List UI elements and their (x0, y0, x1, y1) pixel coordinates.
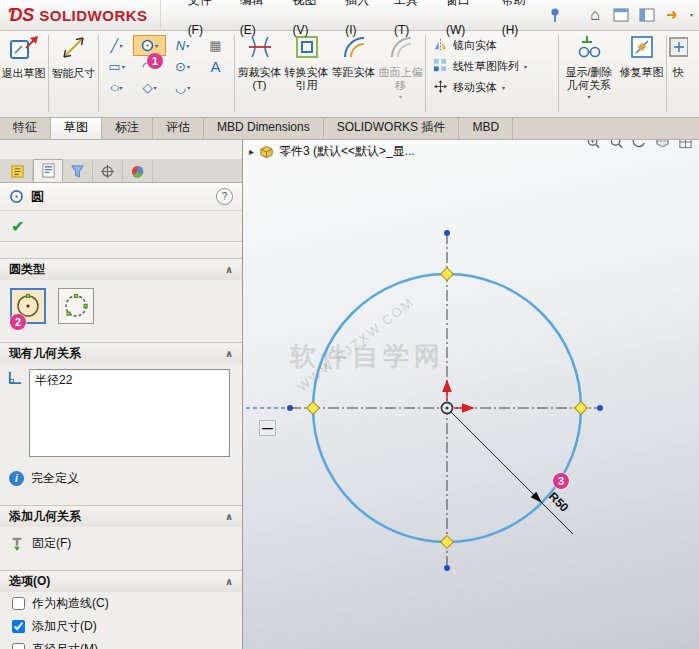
ribbon-separator (48, 35, 49, 112)
tab-evaluate[interactable]: 评估 (153, 117, 204, 139)
relation-type-icon (7, 369, 24, 386)
tab-mbd-dimensions[interactable]: MBD Dimensions (204, 117, 324, 139)
menu-window[interactable]: 窗口(W) (437, 0, 493, 45)
tab-features[interactable]: 特征 (0, 117, 51, 139)
circle-type-label: 圆类型 (9, 259, 45, 280)
relation-item[interactable]: 半径22 (35, 373, 72, 387)
home-icon[interactable]: ⌂ (586, 5, 604, 25)
zoom-area-icon[interactable] (609, 139, 624, 154)
options-section-header[interactable]: 选项(O) ∧ (0, 570, 242, 592)
menu-insert[interactable]: 插入(I) (336, 0, 385, 45)
options-forward-icon[interactable] (664, 5, 682, 25)
help-icon[interactable]: ? (216, 188, 233, 205)
endpoint-marker[interactable] (287, 405, 293, 411)
feature-tree-header[interactable]: ▸ 零件3 (默认<<默认>_显... (249, 143, 415, 160)
smart-dimension-button[interactable]: 智能尺寸 (50, 30, 97, 117)
line-tool[interactable]: ╱▾ (100, 35, 133, 56)
display-delete-relations-label: 显示/删除几何关系 (561, 66, 617, 92)
tree-expand-icon[interactable]: ▸ (249, 146, 254, 157)
endpoint-marker[interactable] (444, 230, 450, 236)
perimeter-circle-button[interactable] (58, 288, 94, 324)
previous-view-icon[interactable] (632, 139, 647, 154)
move-entities-button[interactable]: 移动实体 ▾ (433, 79, 553, 96)
move-entities-icon (433, 79, 448, 96)
linear-pattern-icon (433, 58, 448, 75)
ellipse-tool[interactable]: ○▾ (100, 77, 133, 98)
tab-sketch[interactable]: 草图 (51, 117, 102, 139)
circle-tool[interactable]: ▾ (133, 35, 166, 56)
configurationmanager-icon (70, 164, 85, 179)
exit-sketch-button[interactable]: 退出草图 (0, 30, 47, 117)
add-dimension-option: 添加尺寸(D) (0, 615, 242, 638)
dimxpertmanager-icon (100, 164, 115, 179)
repair-sketch-button[interactable]: 修复草图 (618, 30, 665, 117)
menu-bar: ƊS SOLIDWORKS 文件(F) 编辑(E) 视图(V) 插入(I) 工具… (0, 0, 699, 31)
endpoint-marker[interactable] (597, 405, 603, 411)
exit-sketch-label: 退出草图 (2, 67, 46, 80)
displaymanager-icon (130, 164, 145, 179)
configurationmanager-tab[interactable] (63, 161, 93, 182)
option-checkbox-0[interactable] (12, 597, 25, 610)
graphics-viewport[interactable]: ▸ 零件3 (默认<<默认>_显... 软件自学网 WWW.RJZXW.COM (243, 139, 699, 649)
panel-accept-row: ✔ (0, 211, 242, 242)
property-manager-panel: 圆 ? ✔ 圆类型 ∧ 现有几何关系 ∧ 半径22 (0, 139, 243, 649)
polygon-tool[interactable]: ◇▾ (133, 77, 166, 98)
fix-relation-button[interactable]: 固定(F) (0, 527, 242, 554)
smart-dimension-icon (60, 34, 87, 65)
existing-relations-section-header[interactable]: 现有几何关系 ∧ (0, 342, 242, 364)
sketch-canvas[interactable]: R50 (243, 139, 699, 649)
ribbon-separator (666, 35, 667, 112)
text-tool[interactable]: A (199, 56, 232, 77)
linear-pattern-button[interactable]: 线性草图阵列 ▾ (433, 58, 553, 75)
linear-pattern-label: 线性草图阵列 (453, 59, 519, 74)
info-icon: i (9, 471, 24, 486)
quadrant-marker[interactable] (441, 536, 454, 549)
clipped-ribbon-button[interactable]: 快 (668, 30, 688, 117)
rectangle-tool[interactable]: ▭▾ (100, 56, 133, 77)
panel-tab-strip (0, 159, 242, 183)
tab-mbd[interactable]: MBD (459, 117, 513, 139)
menu-file[interactable]: 文件(F) (179, 0, 231, 45)
collapse-chevron-icon: ∧ (225, 506, 233, 527)
view-orientation-icon[interactable] (678, 139, 693, 154)
fillet-tool[interactable]: ◡▾ (166, 77, 199, 98)
add-relations-section-header[interactable]: 添加几何关系 ∧ (0, 505, 242, 527)
circle-type-section-header[interactable]: 圆类型 ∧ (0, 258, 242, 280)
tab-solidworks-addins[interactable]: SOLIDWORKS 插件 (324, 117, 460, 139)
menu-items: 文件(F) 编辑(E) 视图(V) 插入(I) 工具(T) 窗口(W) 帮助(H… (179, 0, 546, 45)
displaymanager-tab[interactable] (123, 161, 153, 182)
quadrant-marker[interactable] (441, 268, 454, 281)
window-cascade-icon[interactable] (612, 5, 630, 25)
zoom-fit-icon[interactable] (586, 139, 601, 154)
pushpin-icon[interactable] (546, 5, 564, 25)
definition-status-row: i 完全定义 (0, 461, 242, 489)
options-label: 选项(O) (9, 571, 50, 592)
horizontal-relation-marker: — (259, 420, 276, 436)
window-panels-icon[interactable] (638, 5, 656, 25)
ok-button[interactable]: ✔ (11, 217, 24, 236)
options-caret-icon[interactable]: ▾ (690, 12, 693, 18)
panel-title: 圆 (31, 188, 44, 206)
menu-view[interactable]: 视图(V) (284, 0, 337, 45)
logo-text: SOLIDWORKS (39, 7, 147, 24)
featuremanager-tab[interactable] (3, 161, 33, 182)
display-delete-relations-icon (576, 34, 603, 64)
propertymanager-tab[interactable] (33, 159, 63, 182)
quadrant-marker[interactable] (575, 402, 588, 415)
endpoint-marker[interactable] (444, 565, 450, 571)
ribbon-tab-bar: 特征 草图 标注 评估 MBD Dimensions SOLIDWORKS 插件… (0, 117, 699, 140)
menu-tools[interactable]: 工具(T) (385, 0, 437, 45)
option-checkbox-1[interactable] (12, 620, 25, 633)
point-tool[interactable]: ⊙▾ (166, 56, 199, 77)
section-view-icon[interactable] (655, 139, 670, 154)
display-delete-relations-button[interactable]: 显示/删除几何关系 ▾ (560, 30, 618, 117)
quadrant-marker[interactable] (307, 402, 320, 415)
menu-help[interactable]: 帮助(H) (493, 0, 546, 45)
option-checkbox-2[interactable] (12, 643, 25, 649)
tab-markup[interactable]: 标注 (102, 117, 153, 139)
radius-dimension-line[interactable] (447, 408, 573, 534)
menu-edit[interactable]: 编辑(E) (231, 0, 284, 45)
dimxpertmanager-tab[interactable] (93, 161, 123, 182)
ribbon-separator (98, 35, 99, 112)
relations-listbox[interactable]: 半径22 (29, 369, 230, 457)
